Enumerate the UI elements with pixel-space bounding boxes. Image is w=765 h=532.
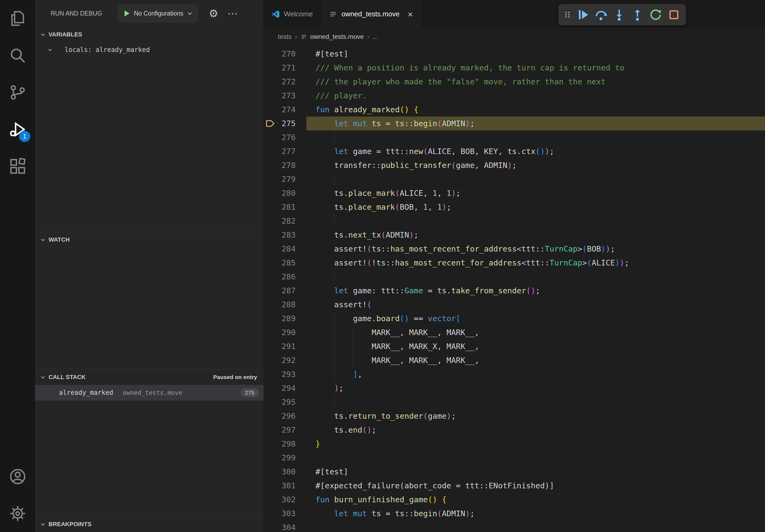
gutter-glyph-margin[interactable]: [264, 465, 277, 479]
code-text: let mut ts = ts::begin(ADMIN);: [307, 117, 765, 131]
gutter-glyph-margin[interactable]: [264, 131, 277, 144]
gutter-glyph-margin[interactable]: [264, 214, 277, 228]
indent-guide: [334, 353, 335, 367]
stop-button[interactable]: [666, 6, 682, 23]
gutter-glyph-margin[interactable]: [264, 353, 277, 367]
activity-source-control[interactable]: [0, 74, 35, 111]
gutter-glyph-margin[interactable]: [264, 270, 277, 284]
continue-button[interactable]: [574, 6, 591, 23]
locals-scope-label: locals: already_marked: [56, 46, 264, 54]
code-line: 279: [264, 172, 765, 186]
toolbar-drag-handle[interactable]: [562, 9, 573, 21]
code-text: [307, 172, 765, 186]
gutter-glyph-margin[interactable]: [264, 89, 277, 103]
activity-settings[interactable]: [0, 495, 35, 532]
tab-bar: Welcome owned_tests.move ×: [264, 0, 765, 28]
gutter-glyph-margin[interactable]: [264, 284, 277, 298]
activity-account[interactable]: [0, 458, 35, 495]
indent-guide: [334, 172, 335, 186]
variables-header[interactable]: VARIABLES: [35, 27, 264, 42]
activity-extensions[interactable]: [0, 148, 35, 185]
code-line: 277 let game = ttt::new(ALICE, BOB, KEY,…: [264, 144, 765, 158]
gutter-glyph-margin[interactable]: [264, 144, 277, 158]
tab-owned-tests-move[interactable]: owned_tests.move ×: [321, 0, 421, 28]
breadcrumb-file[interactable]: owned_tests.move: [310, 33, 364, 40]
step-out-button[interactable]: [629, 6, 646, 23]
gutter-glyph-margin[interactable]: [264, 200, 277, 214]
gutter-glyph-margin[interactable]: [264, 61, 277, 75]
gutter-glyph-margin[interactable]: [264, 520, 277, 532]
gutter-glyph-margin[interactable]: [264, 298, 277, 312]
code-line: 282: [264, 214, 765, 228]
gutter-glyph-margin[interactable]: [264, 507, 277, 520]
call-stack-frames: already_markedowned_tests.move275: [35, 385, 264, 400]
gutter-glyph-margin[interactable]: [264, 479, 277, 493]
line-number: 296: [277, 409, 296, 423]
gutter-glyph-margin[interactable]: [264, 186, 277, 200]
line-number: 290: [277, 326, 296, 339]
gutter-glyph-margin[interactable]: [264, 103, 277, 117]
gutter-glyph-margin[interactable]: [264, 117, 277, 131]
line-number: 292: [277, 353, 296, 367]
step-into-button[interactable]: [611, 6, 627, 23]
move-file-icon: [329, 10, 337, 18]
restart-button[interactable]: [647, 6, 664, 23]
gutter-glyph-margin[interactable]: [264, 312, 277, 326]
gutter-glyph-margin[interactable]: [264, 228, 277, 242]
gutter-glyph-margin[interactable]: [264, 423, 277, 437]
activity-explorer[interactable]: [0, 0, 35, 37]
tab-close-icon[interactable]: ×: [408, 10, 413, 19]
explorer-icon: [9, 10, 26, 27]
sidebar-more-actions-icon[interactable]: ⋯: [228, 8, 238, 19]
activity-run-debug[interactable]: 1: [0, 111, 35, 148]
gripper-icon: [563, 9, 572, 20]
code-area[interactable]: 270#[test]271/// When a position is alre…: [264, 45, 765, 532]
line-number: 298: [277, 437, 296, 451]
watch-header[interactable]: WATCH: [35, 232, 264, 247]
activity-search[interactable]: [0, 37, 35, 74]
settings-gear-icon: [9, 505, 26, 522]
gutter-glyph-margin[interactable]: [264, 367, 277, 381]
code-line: 285 assert!(!ts::has_most_recent_for_add…: [264, 256, 765, 270]
gutter-glyph-margin[interactable]: [264, 395, 277, 409]
breadcrumb-separator: ›: [367, 32, 370, 41]
chevron-down-icon: [47, 47, 53, 53]
source-control-icon: [9, 84, 26, 101]
debug-gear-icon[interactable]: ⚙: [209, 8, 219, 19]
line-number: 272: [277, 75, 296, 89]
code-line: 304: [264, 520, 765, 532]
gutter-glyph-margin[interactable]: [264, 381, 277, 395]
call-stack-header[interactable]: CALL STACK Paused on entry: [35, 370, 264, 385]
code-text: ts.return_to_sender(game);: [307, 409, 765, 423]
call-stack-frame[interactable]: already_markedowned_tests.move275: [35, 385, 264, 400]
gutter-glyph-margin[interactable]: [264, 451, 277, 465]
start-debug-icon[interactable]: [123, 9, 131, 17]
step-over-button[interactable]: [593, 6, 609, 23]
gutter-glyph-margin[interactable]: [264, 47, 277, 61]
variables-locals-row[interactable]: locals: already_marked: [35, 42, 264, 57]
breadcrumb-folder[interactable]: tests: [278, 33, 292, 40]
gutter-glyph-margin[interactable]: [264, 437, 277, 451]
code-text: assert!(!ts::has_most_recent_for_address…: [307, 256, 765, 270]
code-text: MARK__, MARK_X, MARK__,: [307, 339, 765, 353]
gutter-glyph-margin[interactable]: [264, 75, 277, 89]
frame-name: already_marked: [59, 389, 113, 397]
breadcrumb-symbol[interactable]: ...: [373, 33, 378, 40]
gutter-glyph-margin[interactable]: [264, 326, 277, 339]
tab-welcome[interactable]: Welcome: [264, 0, 321, 28]
gutter-glyph-margin[interactable]: [264, 158, 277, 172]
line-number: 299: [277, 451, 296, 465]
gutter-glyph-margin[interactable]: [264, 339, 277, 353]
line-number: 282: [277, 214, 296, 228]
gutter-glyph-margin[interactable]: [264, 493, 277, 507]
gutter-glyph-margin[interactable]: [264, 256, 277, 270]
gutter-glyph-margin[interactable]: [264, 172, 277, 186]
line-number: 279: [277, 172, 296, 186]
breakpoints-header[interactable]: BREAKPOINTS: [35, 516, 264, 532]
frame-line-badge: 275: [241, 389, 259, 397]
gutter-glyph-margin[interactable]: [264, 242, 277, 256]
code-line: 296 ts.return_to_sender(game);: [264, 409, 765, 423]
gutter-glyph-margin[interactable]: [264, 409, 277, 423]
chevron-down-icon: [40, 32, 46, 38]
debug-config-dropdown[interactable]: No Configurations: [118, 5, 198, 22]
